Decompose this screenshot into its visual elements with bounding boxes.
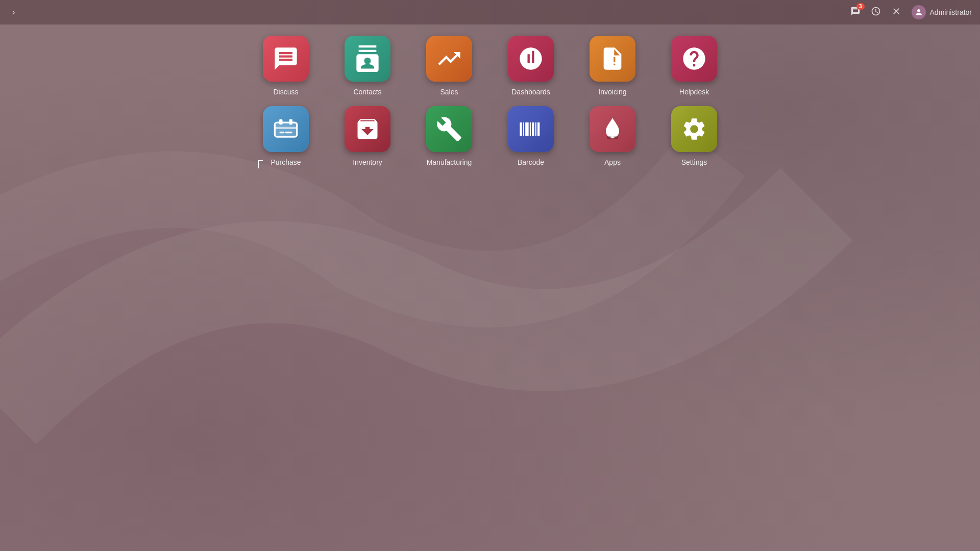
clock-icon[interactable] bbox=[871, 6, 881, 19]
manufacturing-icon bbox=[426, 106, 472, 152]
barcode-icon bbox=[508, 106, 554, 152]
svg-rect-4 bbox=[275, 127, 297, 129]
settings-label: Settings bbox=[681, 158, 707, 166]
nav-toggle-button[interactable]: › bbox=[8, 6, 19, 19]
sales-label: Sales bbox=[440, 88, 458, 96]
app-item-discuss[interactable]: Discuss bbox=[250, 36, 322, 96]
apps-icon bbox=[590, 106, 635, 152]
invoicing-icon bbox=[590, 36, 635, 82]
svg-rect-8 bbox=[614, 136, 618, 139]
admin-section[interactable]: Administrator bbox=[912, 5, 972, 19]
app-item-barcode[interactable]: Barcode bbox=[495, 106, 567, 166]
manufacturing-label: Manufacturing bbox=[427, 158, 472, 166]
svg-rect-2 bbox=[279, 119, 283, 125]
svg-rect-7 bbox=[607, 136, 611, 139]
app-item-manufacturing[interactable]: Manufacturing bbox=[413, 106, 485, 166]
app-item-helpdesk[interactable]: Helpdesk bbox=[658, 36, 730, 96]
messages-icon[interactable]: 3 bbox=[850, 6, 861, 19]
app-item-contacts[interactable]: Contacts bbox=[332, 36, 403, 96]
dashboards-label: Dashboards bbox=[511, 88, 550, 96]
dashboards-icon bbox=[508, 36, 554, 82]
app-item-apps[interactable]: Apps bbox=[577, 106, 648, 166]
helpdesk-icon bbox=[671, 36, 717, 82]
topbar-left: › bbox=[8, 6, 19, 19]
topbar-right: 3 Administrator bbox=[850, 5, 972, 19]
app-item-purchase[interactable]: Purchase bbox=[250, 106, 322, 166]
svg-rect-0 bbox=[275, 122, 297, 137]
admin-label: Administrator bbox=[930, 8, 972, 16]
invoicing-label: Invoicing bbox=[598, 88, 626, 96]
app-item-sales[interactable]: Sales bbox=[413, 36, 485, 96]
inventory-icon bbox=[345, 106, 390, 152]
contacts-icon bbox=[345, 36, 390, 82]
app-grid: Discuss Contacts Sales Dashboards Invoic… bbox=[250, 36, 730, 166]
avatar bbox=[912, 5, 926, 19]
discuss-label: Discuss bbox=[273, 88, 298, 96]
svg-rect-3 bbox=[289, 119, 293, 125]
app-item-dashboards[interactable]: Dashboards bbox=[495, 36, 567, 96]
apps-label: Apps bbox=[604, 158, 621, 166]
app-item-settings[interactable]: Settings bbox=[658, 106, 730, 166]
barcode-label: Barcode bbox=[518, 158, 544, 166]
purchase-label: Purchase bbox=[271, 158, 301, 166]
app-item-inventory[interactable]: Inventory bbox=[332, 106, 403, 166]
settings-icon bbox=[671, 106, 717, 152]
helpdesk-label: Helpdesk bbox=[679, 88, 709, 96]
sales-icon bbox=[426, 36, 472, 82]
inventory-label: Inventory bbox=[353, 158, 382, 166]
app-item-invoicing[interactable]: Invoicing bbox=[577, 36, 648, 96]
close-icon[interactable] bbox=[891, 6, 901, 19]
message-badge: 3 bbox=[856, 3, 865, 10]
contacts-label: Contacts bbox=[353, 88, 381, 96]
topbar: › 3 Administrator bbox=[0, 0, 980, 24]
purchase-icon bbox=[263, 106, 309, 152]
discuss-icon bbox=[263, 36, 309, 82]
